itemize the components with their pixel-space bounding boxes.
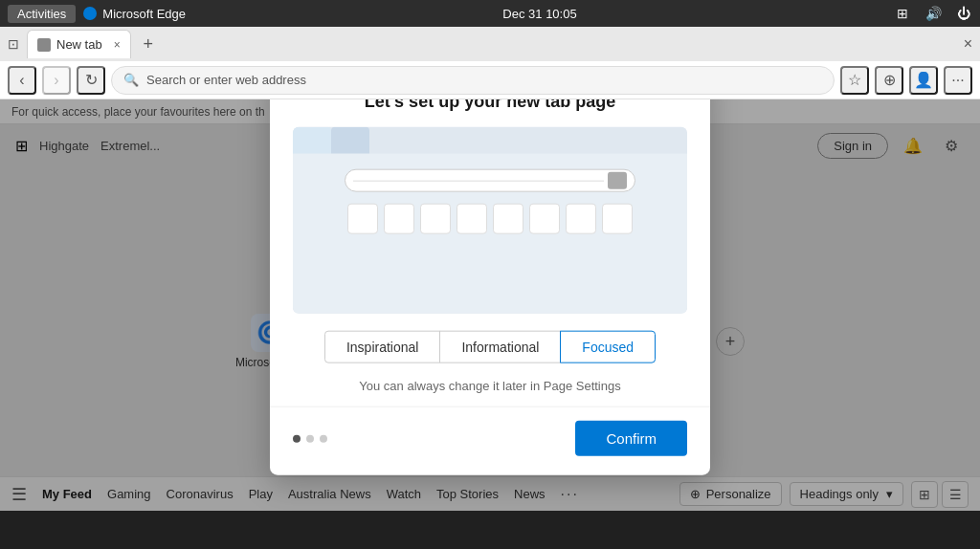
- preview-shortcut: [420, 204, 451, 234]
- tab-item-newtab[interactable]: New tab ×: [27, 30, 131, 58]
- dialog-title: Let's set up your new tab page: [270, 99, 710, 127]
- preview-search-line: [353, 180, 604, 181]
- page-background: For quick access, place your favourites …: [0, 99, 980, 511]
- dialog-options: Inspirational Informational Focused: [270, 314, 710, 373]
- progress-dots: [293, 434, 327, 442]
- preview-shortcut: [457, 204, 487, 234]
- dot-1: [293, 434, 301, 442]
- dialog-preview: [293, 127, 687, 314]
- power-icon: ⏻: [955, 5, 972, 22]
- volume-icon: 🔊: [924, 5, 942, 22]
- network-icon: ⊞: [894, 5, 911, 22]
- favorites-icon[interactable]: ☆: [840, 66, 869, 95]
- preview-shortcut: [493, 204, 523, 234]
- address-search-icon: 🔍: [123, 73, 139, 87]
- tab-list-icon[interactable]: ⊡: [8, 36, 19, 52]
- preview-tab-2: [331, 127, 369, 154]
- dialog-footer: Confirm: [270, 406, 710, 475]
- activities-button[interactable]: Activities: [8, 5, 76, 23]
- nav-actions: ☆ ⊕ 👤 ···: [840, 66, 972, 95]
- forward-button[interactable]: ›: [42, 66, 71, 95]
- confirm-button[interactable]: Confirm: [575, 421, 687, 456]
- profile-icon[interactable]: 👤: [909, 66, 938, 95]
- tab-bar: ⊡ New tab × + ×: [0, 27, 980, 61]
- preview-shortcuts: [347, 204, 633, 234]
- system-bar-right: ⊞ 🔊 ⏻: [894, 5, 972, 22]
- system-bar: Activities Microsoft Edge Dec 31 10:05 ⊞…: [0, 0, 980, 27]
- system-bar-left: Activities Microsoft Edge: [8, 5, 186, 23]
- option-focused[interactable]: Focused: [560, 331, 656, 363]
- browser-label: Microsoft Edge: [83, 7, 186, 21]
- preview-search-bar: [345, 169, 635, 192]
- preview-tab-1: [293, 127, 331, 154]
- system-datetime: Dec 31 10:05: [502, 7, 576, 21]
- tab-favicon: [37, 38, 51, 52]
- new-tab-button[interactable]: +: [135, 31, 162, 57]
- dialog-hint: You can always change it later in Page S…: [270, 373, 710, 406]
- collections-icon[interactable]: ⊕: [875, 66, 903, 95]
- preview-search-btn: [608, 172, 627, 189]
- preview-body: [293, 154, 687, 314]
- preview-shortcut: [384, 204, 414, 234]
- preview-shortcut: [566, 204, 596, 234]
- dot-3: [320, 434, 327, 442]
- option-inspirational[interactable]: Inspirational: [324, 331, 441, 363]
- preview-shortcut: [347, 204, 378, 234]
- preview-tabs: [293, 127, 369, 154]
- preview-shortcut: [602, 204, 633, 234]
- dot-2: [306, 434, 314, 442]
- refresh-button[interactable]: ↻: [77, 66, 105, 95]
- address-text: Search or enter web address: [146, 73, 306, 87]
- tab-label: New tab: [56, 37, 102, 52]
- settings-more-button[interactable]: ···: [944, 66, 972, 95]
- setup-dialog: × Let's set up your new tab page: [270, 99, 710, 475]
- tab-close-button[interactable]: ×: [114, 38, 121, 52]
- back-button[interactable]: ‹: [8, 66, 36, 95]
- browser-chrome: ⊡ New tab × + × ‹ › ↻ 🔍 Search or enter …: [0, 27, 980, 99]
- option-informational[interactable]: Informational: [439, 331, 561, 363]
- preview-shortcut: [529, 204, 560, 234]
- nav-bar: ‹ › ↻ 🔍 Search or enter web address ☆ ⊕ …: [0, 61, 980, 99]
- address-bar[interactable]: 🔍 Search or enter web address: [111, 66, 835, 95]
- tab-bar-close[interactable]: ×: [964, 35, 972, 53]
